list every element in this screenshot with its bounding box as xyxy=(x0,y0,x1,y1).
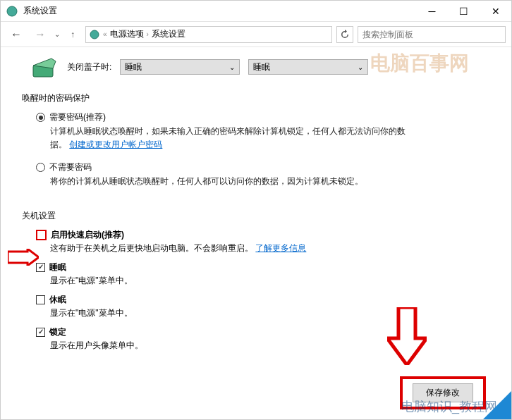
close-button[interactable]: ✕ xyxy=(480,1,511,22)
app-icon xyxy=(6,6,18,17)
check-row[interactable]: 休眠 xyxy=(36,294,490,306)
button-bar-highlight: 保存修改 xyxy=(400,376,486,409)
search-input[interactable] xyxy=(362,30,501,39)
chevron-icon: › xyxy=(147,30,149,38)
check-row[interactable]: 睡眠 xyxy=(36,261,490,273)
lid-plugged-value: 睡眠 xyxy=(253,61,270,73)
radio-row[interactable]: 需要密码(推荐) xyxy=(36,111,490,123)
chevron-down-icon: ⌄ xyxy=(358,63,363,71)
back-button[interactable]: ← xyxy=(6,25,26,44)
radio-need-password: 需要密码(推荐) 计算机从睡眠状态唤醒时，如果未输入正确的密码来解除计算机锁定，… xyxy=(36,111,490,152)
hibernate-checkbox[interactable] xyxy=(36,295,45,304)
search-box[interactable] xyxy=(358,26,506,43)
toolbar: ← → ⌄ ↑ « 电源选项 › 系统设置 xyxy=(1,22,511,47)
save-button[interactable]: 保存修改 xyxy=(413,383,473,402)
svg-point-0 xyxy=(7,6,17,16)
titlebar: 系统设置 ─ ☐ ✕ xyxy=(1,1,511,22)
minimize-button[interactable]: ─ xyxy=(416,1,448,22)
forward-button[interactable]: → xyxy=(30,25,50,44)
radio-input[interactable] xyxy=(36,163,45,172)
lid-icon xyxy=(30,56,59,78)
up-button[interactable]: ↑ xyxy=(64,26,81,43)
power-icon xyxy=(89,29,100,40)
sleep-desc: 显示在"电源"菜单中。 xyxy=(50,275,490,287)
lock-label: 锁定 xyxy=(49,326,66,338)
corner-fold xyxy=(483,391,511,419)
lid-plugged-select[interactable]: 睡眠 ⌄ xyxy=(248,59,368,75)
lid-battery-select[interactable]: 睡眠 ⌄ xyxy=(120,59,240,75)
svg-point-1 xyxy=(90,30,99,39)
refresh-icon xyxy=(340,30,350,39)
maximize-button[interactable]: ☐ xyxy=(448,1,480,22)
radio-need-desc: 计算机从睡眠状态唤醒时，如果未输入正确的密码来解除计算机锁定，任何人都无法访问你… xyxy=(50,125,490,152)
sleep-item: 睡眠 显示在"电源"菜单中。 xyxy=(36,261,490,287)
lid-label: 关闭盖子时: xyxy=(67,61,111,73)
fast-startup-checkbox[interactable] xyxy=(36,230,47,240)
breadcrumb-level2[interactable]: 系统设置 xyxy=(152,28,185,40)
annotation-arrow-down xyxy=(387,307,427,365)
radio-need-label: 需要密码(推荐) xyxy=(49,111,106,123)
password-radio-group: 需要密码(推荐) 计算机从睡眠状态唤醒时，如果未输入正确的密码来解除计算机锁定，… xyxy=(36,111,490,189)
fast-startup-item: 启用快速启动(推荐) 这有助于在关机之后更快地启动电脑。不会影响重启。 了解更多… xyxy=(36,229,490,254)
sleep-label: 睡眠 xyxy=(49,261,66,273)
radio-noneed-desc: 将你的计算机从睡眠状态唤醒时，任何人都可以访问你的数据，因为计算机未锁定。 xyxy=(50,175,490,188)
create-password-link[interactable]: 创建或更改用户帐户密码 xyxy=(69,140,162,149)
password-section-title: 唤醒时的密码保护 xyxy=(22,92,490,104)
radio-no-password: 不需要密码 将你的计算机从睡眠状态唤醒时，任何人都可以访问你的数据，因为计算机未… xyxy=(36,161,490,188)
chevron-icon: « xyxy=(103,30,107,38)
window-controls: ─ ☐ ✕ xyxy=(416,1,511,22)
lock-checkbox[interactable] xyxy=(36,328,45,337)
chevron-down-icon: ⌄ xyxy=(229,63,235,71)
lid-close-row: 关闭盖子时: 睡眠 ⌄ 睡眠 ⌄ xyxy=(22,56,490,78)
hibernate-label: 休眠 xyxy=(49,294,66,306)
history-dropdown[interactable]: ⌄ xyxy=(54,30,60,38)
lid-battery-value: 睡眠 xyxy=(125,61,142,73)
learn-more-link[interactable]: 了解更多信息 xyxy=(255,243,306,253)
content-area: 关闭盖子时: 睡眠 ⌄ 睡眠 ⌄ 唤醒时的密码保护 需要密码(推荐) 计算机从睡… xyxy=(1,47,511,352)
radio-noneed-label: 不需要密码 xyxy=(49,161,92,173)
fast-startup-desc: 这有助于在关机之后更快地启动电脑。不会影响重启。 了解更多信息 xyxy=(50,242,490,254)
check-row[interactable]: 启用快速启动(推荐) xyxy=(36,229,490,241)
annotation-arrow-left xyxy=(8,249,39,266)
shutdown-section-title: 关机设置 xyxy=(22,210,490,222)
radio-row[interactable]: 不需要密码 xyxy=(36,161,490,173)
window-title: 系统设置 xyxy=(23,5,416,17)
breadcrumb-level1[interactable]: 电源选项 xyxy=(110,28,144,40)
refresh-button[interactable] xyxy=(336,26,353,43)
radio-input[interactable] xyxy=(36,113,45,122)
breadcrumb[interactable]: « 电源选项 › 系统设置 xyxy=(85,26,332,43)
fast-startup-label: 启用快速启动(推荐) xyxy=(51,229,124,241)
